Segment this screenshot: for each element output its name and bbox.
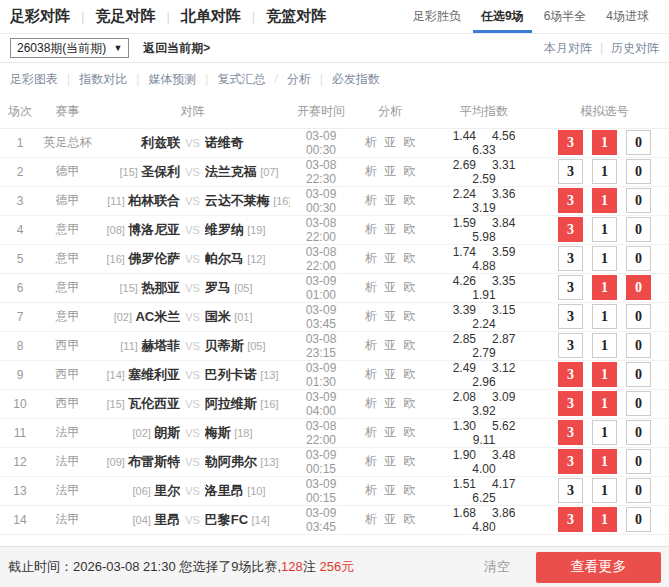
view-more-button[interactable]: 查看更多 bbox=[536, 552, 661, 583]
pick-button-3[interactable]: 3 bbox=[558, 304, 583, 329]
pick-button-0[interactable]: 0 bbox=[626, 217, 651, 242]
pick-button-1[interactable]: 1 bbox=[592, 478, 617, 503]
analysis-link-ya[interactable]: 亚 bbox=[384, 396, 396, 410]
analysis-link-ou[interactable]: 欧 bbox=[403, 396, 415, 410]
away-team[interactable]: 维罗纳 bbox=[205, 222, 244, 237]
back-to-current-link[interactable]: 返回当前期> bbox=[143, 40, 210, 57]
analysis-link-ya[interactable]: 亚 bbox=[384, 454, 396, 468]
analysis-link-xi[interactable]: 析 bbox=[365, 164, 377, 178]
pick-button-1[interactable]: 1 bbox=[592, 217, 617, 242]
analysis-link-ya[interactable]: 亚 bbox=[384, 425, 396, 439]
away-team[interactable]: 云达不莱梅 bbox=[205, 193, 270, 208]
away-team[interactable]: 勒阿弗尔 bbox=[205, 454, 257, 469]
pick-button-0[interactable]: 0 bbox=[626, 478, 651, 503]
pick-button-1[interactable]: 1 bbox=[592, 362, 617, 387]
home-team[interactable]: 瓦伦西亚 bbox=[128, 396, 180, 411]
analysis-link-ya[interactable]: 亚 bbox=[384, 483, 396, 497]
analysis-link-ya[interactable]: 亚 bbox=[384, 367, 396, 381]
away-team[interactable]: 帕尔马 bbox=[205, 251, 244, 266]
pick-button-3[interactable]: 3 bbox=[558, 217, 583, 242]
pick-button-3[interactable]: 3 bbox=[558, 507, 583, 532]
pick-button-1[interactable]: 1 bbox=[592, 159, 617, 184]
analysis-link-ya[interactable]: 亚 bbox=[384, 338, 396, 352]
pick-button-0[interactable]: 0 bbox=[626, 362, 651, 387]
subnav-media-predict[interactable]: 媒体预测 bbox=[148, 71, 196, 88]
home-team[interactable]: 柏林联合 bbox=[128, 193, 180, 208]
analysis-link-ou[interactable]: 欧 bbox=[403, 367, 415, 381]
pick-button-1[interactable]: 1 bbox=[592, 507, 617, 532]
analysis-link-xi[interactable]: 析 bbox=[365, 135, 377, 149]
tab-shengfu[interactable]: 足彩胜负 bbox=[403, 0, 471, 33]
nav-jinglan-duizhen[interactable]: 竞篮对阵 bbox=[266, 7, 326, 26]
pick-button-3[interactable]: 3 bbox=[558, 130, 583, 155]
pick-button-3[interactable]: 3 bbox=[558, 449, 583, 474]
analysis-link-ya[interactable]: 亚 bbox=[384, 193, 396, 207]
pick-button-3[interactable]: 3 bbox=[558, 275, 583, 300]
analysis-link-ou[interactable]: 欧 bbox=[403, 164, 415, 178]
subnav-zucai-chart[interactable]: 足彩图表 bbox=[10, 71, 58, 88]
home-team[interactable]: 赫塔菲 bbox=[141, 338, 180, 353]
home-team[interactable]: 里尔 bbox=[154, 483, 180, 498]
away-team[interactable]: 阿拉维斯 bbox=[205, 396, 257, 411]
analysis-link-xi[interactable]: 析 bbox=[365, 512, 377, 526]
pick-button-1[interactable]: 1 bbox=[592, 420, 617, 445]
home-team[interactable]: AC米兰 bbox=[135, 309, 180, 324]
home-team[interactable]: 博洛尼亚 bbox=[128, 222, 180, 237]
home-team[interactable]: 里昂 bbox=[154, 512, 180, 527]
analysis-link-ou[interactable]: 欧 bbox=[403, 483, 415, 497]
pick-button-0[interactable]: 0 bbox=[626, 246, 651, 271]
analysis-link-ya[interactable]: 亚 bbox=[384, 222, 396, 236]
pick-button-0[interactable]: 0 bbox=[626, 391, 651, 416]
pick-button-0[interactable]: 0 bbox=[626, 304, 651, 329]
pick-button-1[interactable]: 1 bbox=[592, 304, 617, 329]
analysis-link-ou[interactable]: 欧 bbox=[403, 512, 415, 526]
analysis-link-ou[interactable]: 欧 bbox=[403, 280, 415, 294]
pick-button-3[interactable]: 3 bbox=[558, 420, 583, 445]
pick-button-0[interactable]: 0 bbox=[626, 130, 651, 155]
home-team[interactable]: 朗斯 bbox=[154, 425, 180, 440]
pick-button-3[interactable]: 3 bbox=[558, 362, 583, 387]
away-team[interactable]: 贝蒂斯 bbox=[205, 338, 244, 353]
month-matches-link[interactable]: 本月对阵 bbox=[544, 40, 592, 57]
analysis-link-ou[interactable]: 欧 bbox=[403, 251, 415, 265]
clear-button[interactable]: 清空 bbox=[484, 558, 510, 576]
away-team[interactable]: 罗马 bbox=[205, 280, 231, 295]
pick-button-3[interactable]: 3 bbox=[558, 391, 583, 416]
subnav-index-compare[interactable]: 指数对比 bbox=[79, 71, 127, 88]
analysis-link-xi[interactable]: 析 bbox=[365, 222, 377, 236]
away-team[interactable]: 梅斯 bbox=[205, 425, 231, 440]
pick-button-3[interactable]: 3 bbox=[558, 333, 583, 358]
pick-button-1[interactable]: 1 bbox=[592, 391, 617, 416]
analysis-link-ya[interactable]: 亚 bbox=[384, 512, 396, 526]
analysis-link-ou[interactable]: 欧 bbox=[403, 135, 415, 149]
analysis-link-xi[interactable]: 析 bbox=[365, 396, 377, 410]
analysis-link-xi[interactable]: 析 bbox=[365, 309, 377, 323]
analysis-link-xi[interactable]: 析 bbox=[365, 280, 377, 294]
analysis-link-ou[interactable]: 欧 bbox=[403, 222, 415, 236]
home-team[interactable]: 利兹联 bbox=[141, 135, 180, 150]
pick-button-1[interactable]: 1 bbox=[592, 130, 617, 155]
pick-button-3[interactable]: 3 bbox=[558, 478, 583, 503]
analysis-link-ou[interactable]: 欧 bbox=[403, 193, 415, 207]
analysis-link-xi[interactable]: 析 bbox=[365, 454, 377, 468]
pick-button-3[interactable]: 3 bbox=[558, 246, 583, 271]
pick-button-1[interactable]: 1 bbox=[592, 449, 617, 474]
home-team[interactable]: 热那亚 bbox=[141, 280, 180, 295]
tab-6banquan[interactable]: 6场半全 bbox=[534, 0, 597, 33]
analysis-link-ya[interactable]: 亚 bbox=[384, 309, 396, 323]
pick-button-0[interactable]: 0 bbox=[626, 275, 651, 300]
analysis-link-ya[interactable]: 亚 bbox=[384, 164, 396, 178]
pick-button-3[interactable]: 3 bbox=[558, 188, 583, 213]
pick-button-3[interactable]: 3 bbox=[558, 159, 583, 184]
pick-button-1[interactable]: 1 bbox=[592, 275, 617, 300]
analysis-link-xi[interactable]: 析 bbox=[365, 193, 377, 207]
away-team[interactable]: 国米 bbox=[205, 309, 231, 324]
pick-button-0[interactable]: 0 bbox=[626, 420, 651, 445]
analysis-link-xi[interactable]: 析 bbox=[365, 425, 377, 439]
analysis-link-ou[interactable]: 欧 bbox=[403, 309, 415, 323]
history-matches-link[interactable]: 历史对阵 bbox=[611, 40, 659, 57]
subnav-bifa-index[interactable]: 必发指数 bbox=[332, 71, 380, 88]
pick-button-1[interactable]: 1 bbox=[592, 246, 617, 271]
away-team[interactable]: 巴黎FC bbox=[205, 512, 248, 527]
home-team[interactable]: 佛罗伦萨 bbox=[128, 251, 180, 266]
